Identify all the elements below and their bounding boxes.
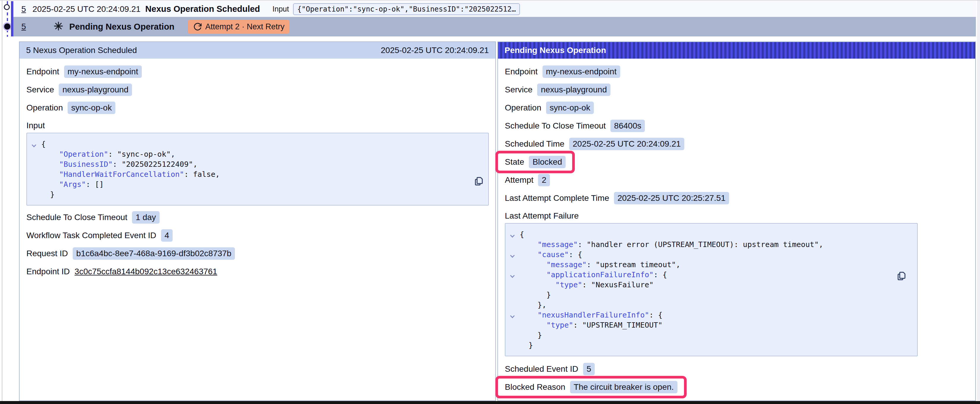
code-gutter bbox=[508, 320, 520, 330]
field-value-badge: nexus-playground bbox=[59, 84, 132, 96]
field-value-badge: 2025-02-25 UTC 20:25:27.51 bbox=[614, 192, 729, 204]
code-line: { bbox=[508, 230, 912, 239]
window-frame: 5 2025-02-25 UTC 20:24:09.21 Nexus Opera… bbox=[0, 0, 980, 404]
field-label: Endpoint bbox=[26, 67, 59, 76]
code-line: "type": "UPSTREAM_TIMEOUT" bbox=[508, 320, 912, 330]
code-line: } bbox=[508, 340, 912, 350]
selected-event-accent-bar bbox=[11, 1, 13, 36]
field-value-badge: sync-op-ok bbox=[68, 101, 115, 114]
collapse-chevron-icon[interactable] bbox=[510, 273, 515, 278]
field-row: Endpoint my-nexus-endpoint bbox=[26, 65, 489, 78]
code-line: "applicationFailureInfo": { bbox=[508, 270, 912, 280]
failure-code-block: { "message": "handler error (UPSTREAM_TI… bbox=[505, 223, 918, 356]
code-gutter bbox=[508, 300, 520, 310]
blocked-reason-value-badge: The circuit breaker is open. bbox=[570, 381, 678, 393]
code-gutter bbox=[508, 330, 520, 340]
retry-attempt-badge: Attempt 2 · Next Retry bbox=[188, 20, 289, 34]
code-gutter bbox=[508, 310, 520, 320]
event-id-link[interactable]: 5 bbox=[21, 5, 26, 14]
code-gutter bbox=[508, 230, 520, 239]
field-row: Attempt 2 bbox=[505, 174, 969, 186]
collapse-chevron-icon[interactable] bbox=[510, 314, 515, 318]
scheduled-event-detail-panel: 5 Nexus Operation Scheduled 2025-02-25 U… bbox=[19, 41, 496, 401]
collapse-chevron-icon[interactable] bbox=[510, 233, 515, 238]
field-value-badge: 4 bbox=[161, 229, 173, 242]
copy-button[interactable] bbox=[896, 271, 907, 281]
field-row: Last Attempt Complete Time 2025-02-25 UT… bbox=[505, 192, 969, 204]
event-row-scheduled[interactable]: 5 2025-02-25 UTC 20:24:09.21 Nexus Opera… bbox=[13, 1, 976, 17]
event-row-pending[interactable]: 5 Pending Nexus Operation Attempt 2 · Ne… bbox=[13, 17, 976, 36]
field-value-badge: 5 bbox=[583, 363, 595, 375]
code-line: "HandlerWaitForCancellation": false, bbox=[30, 170, 484, 179]
field-label: Scheduled Time bbox=[505, 139, 565, 149]
code-gutter bbox=[508, 270, 520, 280]
field-value-badge: 2025-02-25 UTC 20:24:09.21 bbox=[569, 138, 684, 150]
collapse-chevron-icon[interactable] bbox=[510, 253, 515, 258]
code-gutter bbox=[508, 260, 520, 270]
code-line: } bbox=[30, 190, 484, 200]
field-value-badge: 2 bbox=[538, 174, 550, 186]
event-name: Pending Nexus Operation bbox=[69, 22, 175, 32]
code-gutter bbox=[30, 149, 41, 159]
timeline-open-circle-icon bbox=[4, 4, 10, 10]
code-gutter bbox=[508, 290, 520, 300]
field-row-blocked-reason: Blocked Reason The circuit breaker is op… bbox=[505, 381, 969, 393]
state-value-badge: Blocked bbox=[529, 156, 566, 168]
input-preview-chip: {"Operation":"sync-op-ok","BusinessID":"… bbox=[293, 3, 520, 15]
field-row: Workflow Task Completed Event ID 4 bbox=[26, 229, 489, 242]
field-value-badge: my-nexus-endpoint bbox=[64, 65, 142, 78]
code-line: "nexusHandlerFailureInfo": { bbox=[508, 310, 912, 320]
input-section-label: Input bbox=[26, 120, 489, 130]
copy-button[interactable] bbox=[473, 176, 484, 187]
field-value-badge: 86400s bbox=[611, 120, 645, 132]
code-line: "cause": { bbox=[508, 250, 912, 260]
copy-icon bbox=[896, 271, 907, 281]
field-label: Scheduled Event ID bbox=[505, 364, 578, 374]
code-line: "BusinessID": "20250225122409", bbox=[30, 159, 484, 170]
retry-badge-label: Attempt 2 · Next Retry bbox=[205, 22, 285, 32]
code-line: } bbox=[508, 290, 912, 300]
scheduled-panel-title: 5 Nexus Operation Scheduled bbox=[26, 46, 137, 55]
event-name: Nexus Operation Scheduled bbox=[145, 4, 260, 14]
field-row: Endpoint ID 3c0c75ccfa8144b092c13ce63246… bbox=[26, 265, 489, 278]
field-value-badge: nexus-playground bbox=[537, 84, 611, 96]
event-id-link[interactable]: 5 bbox=[21, 22, 26, 32]
field-row: Service nexus-playground bbox=[26, 84, 489, 96]
field-row: Service nexus-playground bbox=[505, 84, 969, 96]
blocked-reason-annotation-box: Blocked Reason The circuit breaker is op… bbox=[495, 376, 687, 398]
endpoint-id-link[interactable]: 3c0c75ccfa8144b092c13ce632463761 bbox=[75, 267, 217, 276]
field-label: Schedule To Close Timeout bbox=[26, 213, 127, 222]
field-value-badge: b1c6a4bc-8ee7-468a-9169-df3b02c8737b bbox=[73, 247, 235, 260]
field-row: Schedule To Close Timeout 1 day bbox=[26, 211, 489, 223]
pending-operation-panel: Pending Nexus Operation Endpoint my-nexu… bbox=[497, 41, 976, 401]
copy-icon bbox=[473, 176, 484, 187]
field-row: Scheduled Event ID 5 bbox=[505, 363, 969, 375]
field-label: Endpoint bbox=[505, 67, 538, 76]
scheduled-panel-header: 5 Nexus Operation Scheduled 2025-02-25 U… bbox=[19, 42, 495, 59]
field-label: Operation bbox=[505, 103, 541, 112]
pending-panel-header: Pending Nexus Operation bbox=[498, 42, 975, 59]
code-gutter bbox=[508, 239, 520, 250]
collapse-chevron-icon[interactable] bbox=[32, 143, 37, 147]
code-gutter bbox=[508, 250, 520, 260]
code-line: "type": "NexusFailure" bbox=[508, 280, 912, 290]
field-label: Workflow Task Completed Event ID bbox=[26, 231, 156, 240]
code-gutter bbox=[508, 280, 520, 290]
field-value-badge: sync-op-ok bbox=[546, 101, 594, 114]
input-code-block: { "Operation": "sync-op-ok", "BusinessID… bbox=[26, 133, 489, 206]
code-line: "Args": [] bbox=[30, 179, 484, 190]
field-row-state: State Blocked bbox=[505, 156, 969, 168]
field-label: Last Attempt Complete Time bbox=[505, 193, 609, 203]
code-line: "Operation": "sync-op-ok", bbox=[30, 149, 484, 159]
code-line: "message": "handler error (UPSTREAM_TIME… bbox=[508, 239, 912, 250]
code-gutter bbox=[30, 170, 41, 179]
code-gutter bbox=[508, 340, 520, 350]
input-label: Input bbox=[273, 5, 289, 13]
window-left-border bbox=[2, 1, 2, 404]
field-row: Operation sync-op-ok bbox=[505, 101, 969, 114]
field-value-badge: my-nexus-endpoint bbox=[542, 65, 620, 78]
code-line: }, bbox=[508, 300, 912, 310]
field-label: State bbox=[505, 157, 524, 167]
field-label: Service bbox=[505, 85, 532, 95]
field-label: Operation bbox=[26, 103, 63, 112]
